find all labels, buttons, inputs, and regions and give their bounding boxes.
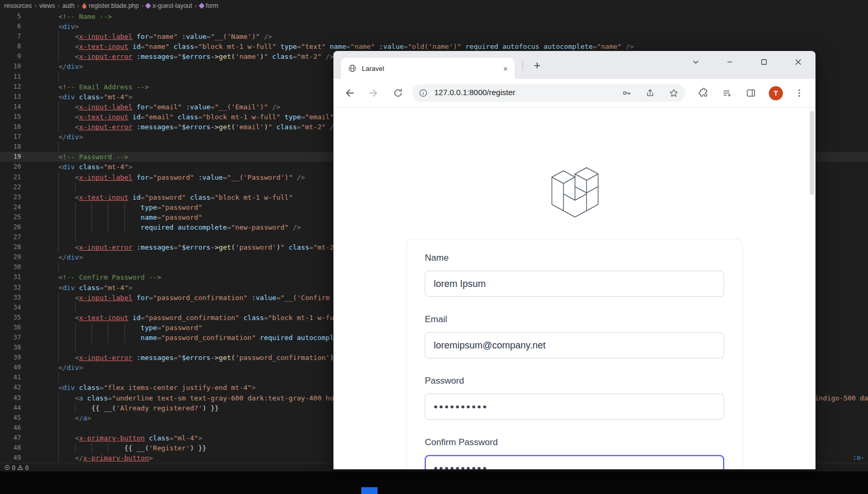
line-number: 45 [0,413,21,423]
breadcrumb-item[interactable]: form [200,2,218,9]
line-number: 9 [0,52,21,61]
extensions-puzzle-icon[interactable] [698,88,709,98]
breadcrumb-item[interactable]: views [39,2,55,9]
code-line[interactable]: 5<!-- Name --> [0,12,868,22]
bookmark-star-icon[interactable] [669,88,678,98]
line-number: 12 [0,82,21,92]
indent-guide [58,182,59,192]
browser-window: Laravel × + [333,51,815,469]
code-text: <x-input-label for="email" :value="__('E… [42,102,280,112]
indent-guide [58,423,59,433]
code-text: {{ __('Register') }} [42,443,206,453]
password-input[interactable]: •••••••••• [425,394,724,420]
code-text: <x-primary-button class="ml-4"> [42,433,202,443]
line-number: 10 [0,61,21,71]
key-icon[interactable] [622,88,631,98]
indent-guide [58,373,59,383]
indent-guide [75,232,76,242]
close-button[interactable] [790,54,806,70]
code-text: <div class="mt-4"> [42,283,132,293]
line-number: 7 [0,32,21,42]
code-fragment: :o- [853,454,865,461]
breadcrumb-item[interactable]: resources [4,2,32,9]
page-content: Namelorem IpsumEmailloremipsum@company.n… [333,108,815,469]
reload-icon[interactable] [393,88,403,98]
line-number: 32 [0,283,21,293]
breadcrumb-label: register.blade.php [89,2,139,9]
code-text: <x-input-label for="password" :value="__… [42,172,305,182]
code-text: type="password" [42,202,202,212]
address-bar[interactable]: 127.0.0.1:8000/register [412,84,685,102]
code-text: <div class="mt-4"> [42,92,132,102]
back-icon[interactable] [344,88,354,98]
share-icon[interactable] [645,88,655,98]
confirm-password-input[interactable]: •••••••••• [425,455,724,469]
code-text: <!-- Confirm Password --> [42,272,161,282]
breadcrumb-separator: › [195,2,197,9]
indent-guide [58,142,59,152]
breadcrumb-item[interactable]: register.blade.php [82,2,139,9]
breadcrumb-label: x-guest-layout [152,2,192,9]
indent-guide [58,72,59,82]
email-input[interactable]: loremipsum@company.net [425,332,724,358]
maximize-button[interactable] [756,54,772,70]
info-icon[interactable] [419,88,428,98]
forward-icon[interactable] [369,88,379,98]
tab-close-icon[interactable]: × [500,64,510,73]
line-number: 28 [0,242,21,252]
breadcrumb-separator: › [141,2,143,9]
line-number: 29 [0,252,21,262]
code-text: name="password" [42,212,202,222]
register-card: Namelorem IpsumEmailloremipsum@company.n… [407,239,742,469]
media-queue-icon[interactable] [722,88,733,98]
line-number: 22 [0,182,21,192]
line-number: 34 [0,303,21,313]
breadcrumb-item[interactable]: x-guest-layout [146,2,192,9]
minimize-button[interactable] [722,54,738,70]
code-text: <!-- Password --> [42,152,128,162]
code-text: <x-input-error :messages="$errors->get('… [42,122,338,132]
breadcrumb-label: resources [4,2,32,9]
line-number: 18 [0,142,21,152]
side-panel-icon[interactable] [746,88,756,98]
line-number: 31 [0,272,21,282]
field-label: Name [425,253,724,263]
line-number: 6 [0,22,21,32]
code-text: type="password" [42,323,202,333]
code-text: </a> [42,413,91,423]
code-text: <x-text-input id="password_confirmation"… [42,313,342,323]
name-input[interactable]: lorem Ipsum [425,271,724,297]
url-text[interactable]: 127.0.0.1:8000/register [434,88,515,97]
line-number: 40 [0,363,21,373]
warning-count[interactable]: 0 [25,465,28,471]
line-number: 13 [0,92,21,102]
breadcrumb-label: views [39,2,55,9]
line-number: 42 [0,383,21,393]
code-line[interactable]: 6<div> [0,22,868,32]
code-text: <!-- Email Address --> [42,82,149,92]
tab-title: Laravel [362,65,500,73]
line-number: 23 [0,192,21,202]
laravel-logo [548,167,602,221]
line-number: 19 [0,152,21,162]
blade-icon [82,3,87,9]
line-number: 11 [0,72,21,82]
window-chevron-icon[interactable] [688,54,704,70]
line-number: 27 [0,232,21,242]
error-count[interactable]: 0 [12,465,15,471]
code-line[interactable]: 7<x-input-label for="name" :value="__('N… [0,32,868,42]
screen: resources›views›auth›register.blade.php›… [0,0,868,494]
browser-tab[interactable]: Laravel × [341,58,515,79]
indent-guide [75,343,76,353]
page-scrollbar[interactable] [810,111,814,195]
form-field: Password•••••••••• [425,376,724,420]
line-number: 35 [0,313,21,323]
new-tab-button[interactable]: + [529,57,546,74]
code-line[interactable]: 8<x-text-input id="name" class="block mt… [0,42,868,52]
form-field: Emailloremipsum@company.net [425,314,724,358]
menu-dots-icon[interactable] [794,88,804,98]
browser-toolbar: 127.0.0.1:8000/register T [333,79,815,108]
profile-avatar[interactable]: T [769,86,783,100]
breadcrumb-item[interactable]: auth [62,2,75,9]
line-number: 30 [0,262,21,272]
